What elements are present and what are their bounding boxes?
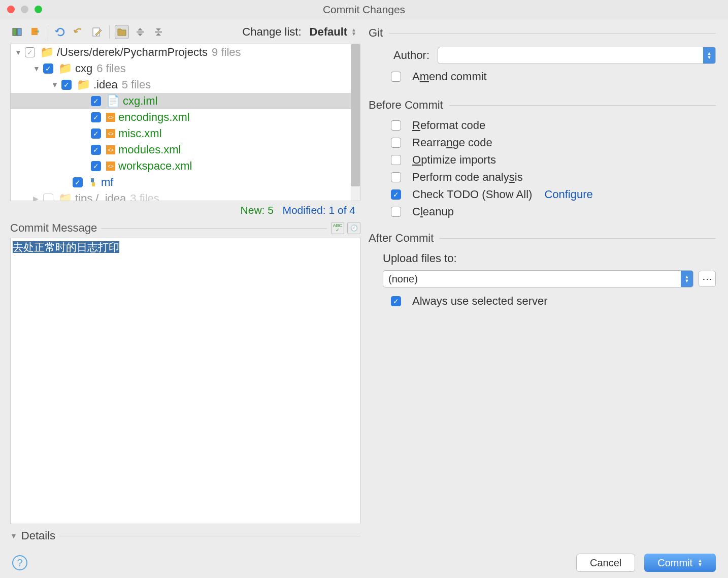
details-toggle[interactable]: ▼ Details <box>10 524 360 548</box>
checkbox[interactable] <box>391 155 401 165</box>
xml-icon: <> <box>106 113 115 122</box>
checkbox[interactable]: ✓ <box>91 129 101 139</box>
commit-message-text: 去处正常时的日志打印 <box>13 241 119 253</box>
tree-row-cxg[interactable]: ▼ ✓ 📁 cxg 6 files <box>11 60 360 77</box>
commit-message-header: Commit Message ABC✓ 🕘 <box>10 221 360 235</box>
checkbox[interactable]: ✓ <box>391 296 401 306</box>
optimize-label: Optimize imports <box>412 153 496 167</box>
checkbox[interactable] <box>391 120 401 131</box>
folder-icon: 📁 <box>58 192 72 201</box>
after-commit-header: After Commit <box>369 232 716 245</box>
tree-row-tips[interactable]: ▶ 📁 tips / .idea 3 files <box>11 190 360 201</box>
configure-link[interactable]: Configure <box>544 188 592 201</box>
checkbox-mixed[interactable]: ✓ <box>25 47 35 57</box>
svg-rect-0 <box>13 28 17 36</box>
amend-label: Amend commit <box>412 70 487 83</box>
upload-label: Upload files to: <box>369 252 716 265</box>
changes-tree[interactable]: ▼ ✓ 📁 /Users/derek/PycharmProjects 9 fil… <box>10 44 360 201</box>
checkbox[interactable] <box>391 72 401 82</box>
zoom-window-button[interactable] <box>35 6 42 13</box>
amend-row[interactable]: Amend commit <box>369 70 716 83</box>
edit-icon[interactable] <box>90 25 104 39</box>
tree-row-file[interactable]: ✓ <> misc.xml <box>11 125 360 142</box>
file-count: 9 files <box>212 46 241 59</box>
cleanup-label: Cleanup <box>412 205 454 218</box>
expand-all-icon[interactable] <box>133 25 147 39</box>
checkbox[interactable]: ✓ <box>73 177 83 187</box>
more-button[interactable]: ⋯ <box>699 271 716 287</box>
scrollbar[interactable] <box>351 44 360 201</box>
refresh-icon[interactable] <box>53 25 68 39</box>
close-window-button[interactable] <box>7 6 15 13</box>
author-label: Author: <box>379 49 429 62</box>
disclosure-icon[interactable]: ▼ <box>15 48 23 56</box>
file-name: encodings.xml <box>118 111 190 124</box>
checkbox[interactable] <box>391 138 401 148</box>
changelist-value: Default <box>310 25 348 39</box>
spellcheck-icon[interactable]: ABC✓ <box>331 222 344 234</box>
folder-name: tips / .idea <box>75 192 126 201</box>
tree-row-file[interactable]: ✓ 📄 cxg.iml <box>11 93 360 109</box>
checkbox[interactable] <box>43 194 53 201</box>
rearrange-row[interactable]: Rearrange code <box>369 136 716 149</box>
collapse-all-icon[interactable] <box>151 25 166 39</box>
cancel-button[interactable]: Cancel <box>576 554 635 572</box>
commit-message-label: Commit Message <box>10 221 97 235</box>
traffic-lights <box>7 6 42 13</box>
author-combo[interactable]: ▲▼ <box>438 47 716 64</box>
history-icon[interactable]: 🕘 <box>347 222 360 234</box>
checkbox[interactable]: ✓ <box>91 96 101 106</box>
file-count: 3 files <box>130 192 159 201</box>
tree-row-file[interactable]: ✓ <> workspace.xml <box>11 158 360 174</box>
file-name: modules.xml <box>118 143 181 156</box>
move-changelist-icon[interactable] <box>28 25 43 39</box>
tree-row-idea[interactable]: ▼ ✓ 📁 .idea 5 files <box>11 77 360 93</box>
disclosure-icon: ▼ <box>10 532 17 540</box>
xml-icon: <> <box>106 145 115 154</box>
checkbox[interactable] <box>391 207 401 217</box>
reformat-row[interactable]: Reformat code <box>369 119 716 132</box>
upload-combo[interactable]: (none) ▲▼ <box>383 270 693 287</box>
divider <box>48 25 48 39</box>
disclosure-icon[interactable]: ▼ <box>51 81 59 89</box>
analysis-row[interactable]: Perform code analysis <box>369 171 716 184</box>
git-section-header: Git <box>369 26 716 40</box>
commit-message-input[interactable]: 去处正常时的日志打印 <box>10 238 360 524</box>
dropdown-icon: ▲▼ <box>698 559 703 567</box>
todo-row[interactable]: ✓ Check TODO (Show All) Configure <box>369 188 716 201</box>
checkbox[interactable]: ✓ <box>391 189 401 200</box>
xml-icon: <> <box>106 162 115 171</box>
checkbox[interactable]: ✓ <box>61 80 72 90</box>
checkbox[interactable]: ✓ <box>91 112 101 122</box>
tree-row-file[interactable]: ✓ <> modules.xml <box>11 142 360 158</box>
minimize-window-button[interactable] <box>21 6 28 13</box>
upload-value: (none) <box>388 273 418 285</box>
cleanup-row[interactable]: Cleanup <box>369 205 716 218</box>
disclosure-icon[interactable]: ▶ <box>33 195 41 201</box>
diff-icon[interactable] <box>10 25 24 39</box>
help-button[interactable]: ? <box>12 555 27 570</box>
always-use-row[interactable]: ✓ Always use selected server <box>369 295 716 308</box>
checkbox[interactable]: ✓ <box>43 63 53 74</box>
checkbox[interactable]: ✓ <box>91 145 101 155</box>
tree-row-file[interactable]: ✓ <> encodings.xml <box>11 109 360 125</box>
disclosure-icon[interactable]: ▼ <box>33 65 41 73</box>
changelist-select[interactable]: Default ▲▼ <box>306 24 360 40</box>
file-count: 6 files <box>96 62 125 75</box>
group-by-folder-icon[interactable] <box>115 25 129 39</box>
optimize-row[interactable]: Optimize imports <box>369 153 716 167</box>
before-commit-header: Before Commit <box>369 99 716 112</box>
checkbox[interactable] <box>391 172 401 182</box>
tree-row-root[interactable]: ▼ ✓ 📁 /Users/derek/PycharmProjects 9 fil… <box>11 44 360 60</box>
commit-button[interactable]: Commit ▲▼ <box>644 554 716 572</box>
file-name: mf <box>101 176 113 189</box>
change-toolbar: Change list: Default ▲▼ <box>10 24 360 44</box>
checkbox[interactable]: ✓ <box>91 161 101 171</box>
tree-row-file[interactable]: ✓ mf <box>11 174 360 190</box>
changelist-label: Change list: <box>242 25 301 39</box>
folder-icon: 📁 <box>58 62 72 75</box>
status-line: New: 5 Modified: 1 of 4 <box>10 201 360 219</box>
file-name: misc.xml <box>118 127 162 140</box>
undo-icon[interactable] <box>72 25 86 39</box>
python-icon <box>88 177 98 187</box>
